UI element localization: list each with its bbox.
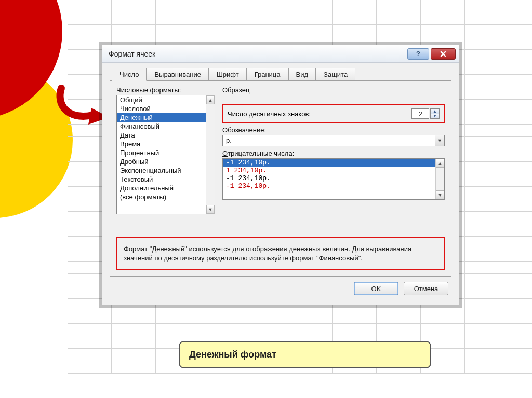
dialog-titlebar[interactable]: Формат ячеек ? (102, 45, 459, 63)
format-cells-dialog: Формат ячеек ? Число Выравнивание Шрифт … (102, 45, 459, 305)
formats-label: Числовые форматы: (116, 86, 215, 94)
tab-font[interactable]: Шрифт (209, 68, 247, 81)
list-item[interactable]: Дата (117, 131, 215, 140)
list-item[interactable]: Время (117, 140, 215, 148)
spin-down-icon[interactable]: ▼ (431, 114, 439, 118)
chevron-down-icon[interactable]: ▼ (435, 135, 444, 146)
tab-border[interactable]: Граница (247, 68, 288, 81)
list-item[interactable]: Числовой (117, 104, 215, 113)
decimals-highlight-box: Число десятичных знаков: Число десятичны… (222, 104, 445, 123)
listbox-scrollbar[interactable]: ▲ ▼ (206, 95, 215, 214)
list-item[interactable]: Общий (117, 95, 215, 104)
list-item[interactable]: Дополнительный (117, 184, 215, 193)
negatives-label: Отрицательные числа: (222, 149, 445, 157)
number-format-listbox[interactable]: Общий Числовой Денежный Финансовый Дата … (116, 95, 215, 214)
symbol-value: р. (223, 135, 435, 146)
dialog-title: Формат ячеек (109, 50, 406, 58)
slide-caption: Денежный формат (179, 341, 431, 368)
dialog-tabstrip: Число Выравнивание Шрифт Граница Вид Защ… (110, 68, 451, 81)
list-item[interactable]: Экспоненциальный (117, 166, 215, 175)
symbol-label: Обозначение: (222, 126, 445, 134)
list-item[interactable]: -1 234,10р. (223, 182, 444, 190)
format-description: Формат "Денежный" используется для отобр… (116, 237, 445, 270)
list-item[interactable]: Финансовый (117, 122, 215, 131)
list-item[interactable]: Процентный (117, 148, 215, 157)
help-button[interactable]: ? (407, 48, 429, 60)
list-item[interactable]: Дробный (117, 157, 215, 166)
tab-alignment[interactable]: Выравнивание (147, 68, 208, 81)
cancel-button[interactable]: Отмена (404, 282, 448, 295)
list-item[interactable]: 1 234,10р. (223, 167, 444, 174)
decimals-spinbox[interactable]: ▲ ▼ (411, 108, 440, 119)
tab-number[interactable]: Число (112, 68, 147, 81)
decimals-input[interactable] (411, 108, 429, 119)
scroll-up-icon[interactable]: ▲ (206, 95, 215, 104)
close-button[interactable] (431, 48, 456, 60)
scroll-down-icon[interactable]: ▼ (206, 205, 215, 214)
tab-fill[interactable]: Вид (288, 68, 316, 81)
spin-up-icon[interactable]: ▲ (431, 109, 439, 114)
list-item[interactable]: (все форматы) (117, 193, 215, 201)
sample-label: Образец (222, 86, 445, 94)
symbol-combobox[interactable]: р. ▼ (222, 135, 445, 146)
list-item[interactable]: -1 234,10р. (223, 159, 444, 167)
decimals-label: Число десятичных знаков: (228, 110, 311, 118)
help-icon: ? (416, 50, 420, 58)
list-item[interactable]: -1 234,10р. (223, 174, 444, 182)
list-item[interactable]: Текстовый (117, 175, 215, 184)
close-icon (440, 51, 446, 57)
negative-numbers-listbox[interactable]: -1 234,10р. 1 234,10р. -1 234,10р. -1 23… (222, 158, 445, 200)
number-tab-panel: Числовые форматы: /* underline trick ret… (110, 80, 451, 277)
tab-protection[interactable]: Защита (316, 68, 355, 81)
list-item[interactable]: Денежный (117, 113, 215, 122)
scroll-up-icon[interactable]: ▲ (436, 159, 444, 168)
scroll-down-icon[interactable]: ▼ (436, 190, 444, 199)
listbox-scrollbar[interactable]: ▲ ▼ (435, 159, 444, 199)
ok-button[interactable]: OK (354, 282, 398, 295)
